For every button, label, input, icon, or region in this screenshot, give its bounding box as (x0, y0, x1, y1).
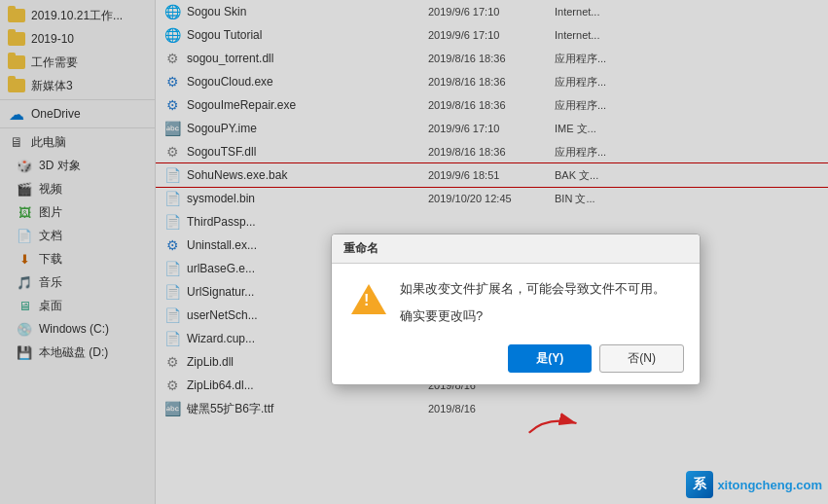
dialog-yes-button[interactable]: 是(Y) (508, 344, 592, 373)
watermark: 系 xitongcheng.com (686, 471, 822, 498)
watermark-text: xitongcheng.com (717, 478, 822, 492)
file-explorer: 2019.10.21工作... 2019-10 工作需要 新媒体3 ☁ OneD (0, 0, 828, 504)
watermark-logo: 系 (686, 471, 713, 498)
dialog-buttons: 是(Y) 否(N) (332, 337, 700, 384)
dialog-sub-message: 确实要更改吗? (400, 307, 680, 325)
dialog-message: 如果改变文件扩展名，可能会导致文件不可用。 (400, 279, 680, 300)
warning-icon (351, 281, 386, 316)
dialog-no-button[interactable]: 否(N) (599, 344, 684, 373)
dialog-titlebar: 重命名 (332, 234, 700, 264)
dialog-body: 如果改变文件扩展名，可能会导致文件不可用。 确实要更改吗? (332, 264, 700, 337)
dialog-text-area: 如果改变文件扩展名，可能会导致文件不可用。 确实要更改吗? (400, 279, 680, 325)
rename-dialog: 重命名 如果改变文件扩展名，可能会导致文件不可用。 确实要更改吗? 是(Y) 否… (331, 234, 701, 385)
warning-triangle (351, 284, 386, 314)
dialog-overlay: 重命名 如果改变文件扩展名，可能会导致文件不可用。 确实要更改吗? 是(Y) 否… (0, 0, 828, 504)
dialog-title: 重命名 (343, 240, 378, 257)
arrow-indicator (525, 409, 584, 438)
